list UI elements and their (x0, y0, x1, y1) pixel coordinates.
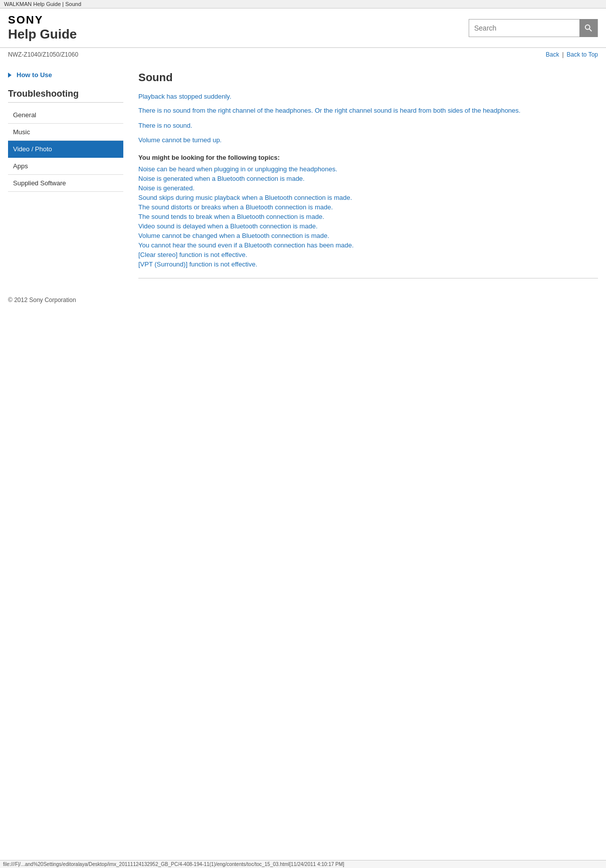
sub-link-8[interactable]: You cannot hear the sound even if a Blue… (138, 241, 598, 249)
help-guide-title: Help Guide (8, 27, 77, 42)
header: SONY Help Guide (0, 9, 606, 48)
title-bar: WALKMAN Help Guide | Sound (0, 0, 606, 9)
nav-links: Back | Back to Top (546, 51, 598, 58)
search-input[interactable] (469, 20, 579, 37)
sub-link-6[interactable]: Video sound is delayed when a Bluetooth … (138, 222, 598, 230)
sidebar: How to Use Troubleshooting General Music… (8, 71, 123, 278)
sub-link-2[interactable]: Noise is generated. (138, 184, 598, 192)
device-model: NWZ-Z1040/Z1050/Z1060 (8, 51, 78, 58)
sidebar-item-apps[interactable]: Apps (8, 158, 123, 175)
main-link-1[interactable]: There is no sound from the right channel… (138, 106, 598, 115)
how-to-use-label: How to Use (17, 71, 52, 79)
sub-header: NWZ-Z1040/Z1050/Z1060 Back | Back to Top (0, 48, 606, 61)
search-button[interactable] (579, 19, 597, 37)
sidebar-item-music[interactable]: Music (8, 124, 123, 141)
nav-separator: | (562, 51, 563, 58)
back-link[interactable]: Back (546, 51, 559, 58)
sub-link-3[interactable]: Sound skips during music playback when a… (138, 194, 598, 201)
sub-link-5[interactable]: The sound tends to break when a Bluetoot… (138, 213, 598, 220)
copyright: © 2012 Sony Corporation (8, 297, 76, 304)
you-might-label: You might be looking for the following t… (138, 154, 598, 161)
chevron-right-icon (8, 73, 12, 78)
sidebar-item-supplied-software[interactable]: Supplied Software (8, 175, 123, 192)
footer: © 2012 Sony Corporation (0, 288, 606, 307)
sub-link-0[interactable]: Noise can be heard when plugging in or u… (138, 165, 598, 173)
search-icon (584, 24, 593, 33)
sub-link-7[interactable]: Volume cannot be changed when a Bluetoot… (138, 232, 598, 239)
how-to-use-link[interactable]: How to Use (8, 71, 123, 79)
content-area: Sound Playback has stopped suddenly. The… (123, 71, 598, 278)
sub-link-10[interactable]: [VPT (Surround)] function is not effecti… (138, 260, 598, 268)
svg-line-1 (589, 29, 592, 31)
sub-link-4[interactable]: The sound distorts or breaks when a Blue… (138, 203, 598, 211)
main-link-0[interactable]: Playback has stopped suddenly. (138, 92, 598, 101)
main-link-2[interactable]: There is no sound. (138, 121, 598, 130)
logo-area: SONY Help Guide (8, 14, 77, 42)
you-might-section: You might be looking for the following t… (138, 154, 598, 268)
sub-link-9[interactable]: [Clear stereo] function is not effective… (138, 251, 598, 258)
content-title: Sound (138, 71, 598, 84)
title-bar-text: WALKMAN Help Guide | Sound (4, 1, 81, 7)
svg-point-0 (585, 25, 590, 29)
main-link-3[interactable]: Volume cannot be turned up. (138, 136, 598, 145)
sidebar-item-video-photo[interactable]: Video / Photo (8, 141, 123, 158)
back-to-top-link[interactable]: Back to Top (567, 51, 598, 58)
troubleshooting-header: Troubleshooting (8, 89, 123, 103)
sidebar-item-general[interactable]: General (8, 107, 123, 124)
sub-link-1[interactable]: Noise is generated when a Bluetooth conn… (138, 175, 598, 182)
sony-logo: SONY (8, 14, 77, 27)
content-divider (138, 278, 598, 278)
main-layout: How to Use Troubleshooting General Music… (0, 61, 606, 288)
search-area (469, 19, 598, 37)
